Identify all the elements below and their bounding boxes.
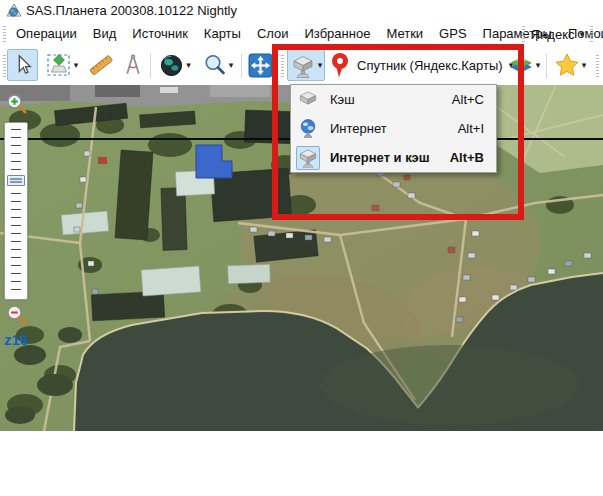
map-globe-button[interactable]: ▾ (154, 49, 196, 81)
menu-item-shortcut: Alt+C (452, 92, 484, 107)
star-icon (554, 52, 580, 78)
toolbar-separator (241, 54, 242, 78)
chevron-down-icon: ▾ (186, 61, 191, 70)
zoom-selection-button[interactable]: ▾ (198, 49, 238, 81)
menu-item-label: Интернет (330, 121, 387, 136)
toolbar-gripper (3, 26, 6, 42)
menu-item-shortcut: Alt+I (458, 121, 484, 136)
selection-tool-button[interactable]: ▾ (41, 49, 83, 81)
globe-dark-icon (159, 53, 184, 78)
source-menu-item-cache[interactable]: Кэш Alt+C (291, 85, 496, 114)
toolbar-gripper (596, 55, 599, 77)
cache-box-icon (296, 88, 320, 112)
zoom-slider[interactable] (4, 122, 28, 300)
menu-item-shortcut: Alt+B (450, 150, 484, 165)
toolbar-gripper (522, 26, 525, 42)
menu-item-operations[interactable]: Операции (8, 22, 85, 46)
chevron-down-icon: ▾ (582, 61, 587, 70)
selection-tool-icon (46, 52, 72, 78)
menu-item-label: Интернет и кэш (330, 150, 430, 165)
toolbar-gripper (590, 26, 593, 42)
menu-item-favorites[interactable]: Избранное (297, 22, 379, 46)
menu-item-yandex[interactable]: Яндекс (531, 27, 575, 42)
ruler-button[interactable] (85, 49, 116, 81)
toolbar-gripper (281, 55, 284, 77)
zoom-panel: z16 (0, 85, 34, 385)
layers-button[interactable]: ▾ (504, 49, 544, 81)
cache-mode-icon (290, 52, 316, 79)
chevron-down-icon: ▾ (74, 61, 79, 70)
menu-item-maps[interactable]: Карты (196, 22, 249, 46)
window-background (0, 431, 603, 496)
source-dropdown-menu: Кэш Alt+C Интернет Alt+I (290, 84, 497, 173)
app-window: SAS.Планета 200308.10122 Nightly Операци… (0, 0, 603, 496)
menu-item-layers[interactable]: Слои (249, 22, 297, 46)
cursor-tool-button[interactable] (7, 49, 38, 81)
toolbar-separator (150, 54, 151, 78)
cache-mode-button[interactable]: ▾ (287, 49, 325, 81)
zoom-in-button[interactable] (5, 92, 29, 116)
chevron-down-icon: ▾ (229, 61, 234, 70)
window-title: SAS.Планета 200308.10122 Nightly (26, 3, 237, 18)
menu-item-view[interactable]: Вид (85, 22, 125, 46)
zoom-out-icon (5, 303, 29, 327)
source-menu-item-internet[interactable]: Интернет Alt+I (291, 114, 496, 143)
ruler-icon (89, 53, 113, 77)
app-icon (6, 3, 22, 19)
zoom-box-icon (203, 53, 227, 77)
chevron-down-icon: ▾ (579, 30, 584, 39)
fullscreen-icon (248, 53, 273, 78)
menu-item-marks[interactable]: Метки (378, 22, 431, 46)
fullscreen-button[interactable] (245, 49, 276, 81)
map-source-label: Спутник (Яндекс.Карты) (357, 58, 503, 73)
map-source-button[interactable]: Спутник (Яндекс.Карты) ▾ (352, 49, 518, 81)
chevron-down-icon: ▾ (318, 61, 323, 70)
distance-tool-button[interactable] (117, 49, 148, 81)
menu-item-label: Кэш (330, 92, 355, 107)
cursor-icon (12, 54, 34, 76)
menu-bar: Операции Вид Источник Карты Слои Избранн… (0, 22, 603, 46)
compass-icon (121, 53, 145, 77)
menu-item-source[interactable]: Источник (124, 22, 196, 46)
menu-item-gps[interactable]: GPS (431, 22, 474, 46)
zoom-out-button[interactable] (5, 303, 29, 327)
yandex-pin (328, 49, 352, 81)
source-menu-item-internet-and-cache[interactable]: Интернет и кэш Alt+B (291, 143, 496, 172)
zoom-slider-ticks (11, 129, 21, 293)
toolbar-gripper (3, 55, 6, 77)
layers-icon (508, 53, 534, 77)
yandex-pin-icon (330, 52, 350, 79)
zoom-level-label: z16 (4, 331, 28, 348)
cache-box-icon (296, 146, 320, 170)
toolbar: ▾ ▾ (0, 46, 603, 85)
chevron-down-icon: ▾ (536, 61, 541, 70)
zoom-slider-handle[interactable] (7, 175, 25, 186)
zoom-in-icon (5, 92, 29, 116)
toolbar-separator (546, 54, 547, 78)
favorites-button[interactable]: ▾ (550, 49, 590, 81)
internet-globe-icon (296, 117, 320, 141)
title-bar: SAS.Планета 200308.10122 Nightly (0, 0, 603, 22)
